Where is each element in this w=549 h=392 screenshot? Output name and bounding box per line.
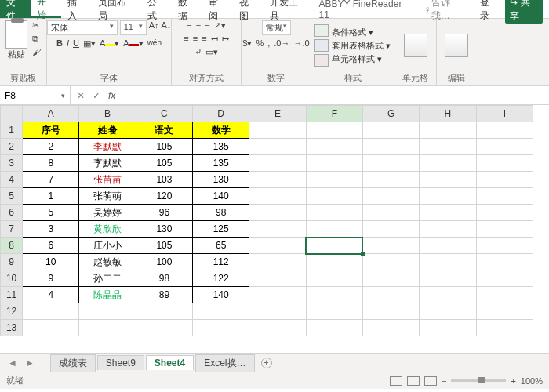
- cut-icon[interactable]: ✂: [32, 20, 41, 31]
- cell[interactable]: [362, 122, 419, 139]
- cell[interactable]: [249, 270, 306, 287]
- currency-icon[interactable]: $▾: [242, 38, 252, 49]
- sheet-nav-prev[interactable]: ◄: [5, 358, 20, 368]
- tab-review[interactable]: 审阅: [202, 0, 233, 18]
- align-left-icon[interactable]: ≡: [184, 34, 188, 44]
- sheet-tab[interactable]: 成绩表: [50, 354, 96, 372]
- cell[interactable]: [193, 303, 249, 320]
- fx-icon[interactable]: fx: [108, 90, 115, 101]
- cell[interactable]: 100: [136, 254, 192, 270]
- cell[interactable]: [362, 188, 419, 205]
- cell[interactable]: [362, 139, 419, 155]
- cell[interactable]: 5: [23, 205, 79, 221]
- row-header[interactable]: 11: [1, 287, 23, 303]
- cell[interactable]: [249, 254, 306, 270]
- align-middle-icon[interactable]: ≡: [196, 20, 201, 31]
- cell[interactable]: [420, 303, 476, 320]
- cell[interactable]: 96: [136, 205, 192, 221]
- cell[interactable]: [476, 172, 533, 188]
- cancel-icon[interactable]: ✕: [77, 90, 85, 101]
- cell[interactable]: [306, 155, 362, 172]
- cells-icon[interactable]: [404, 34, 427, 57]
- cell[interactable]: [193, 320, 249, 336]
- row-header[interactable]: 4: [1, 172, 23, 188]
- tab-dev[interactable]: 开发工具: [264, 0, 312, 18]
- cell[interactable]: [362, 155, 419, 172]
- zoom-out-button[interactable]: −: [442, 376, 446, 386]
- cell[interactable]: 4: [23, 287, 79, 303]
- login-button[interactable]: 登录: [480, 0, 498, 23]
- row-header[interactable]: 3: [1, 155, 23, 172]
- orientation-icon[interactable]: ↗▾: [214, 20, 226, 31]
- cell[interactable]: [249, 221, 306, 238]
- col-header[interactable]: B: [79, 106, 136, 122]
- cell[interactable]: [306, 320, 362, 336]
- tell-me[interactable]: ♀ 告诉我…: [418, 0, 474, 18]
- sheet-nav-next[interactable]: ►: [22, 358, 38, 368]
- cell[interactable]: [249, 122, 306, 139]
- cell[interactable]: 89: [136, 287, 192, 303]
- col-header[interactable]: I: [476, 106, 533, 122]
- cell[interactable]: [420, 172, 476, 188]
- copy-icon[interactable]: ⧉: [32, 34, 41, 44]
- enter-icon[interactable]: ✓: [93, 90, 100, 101]
- cell[interactable]: 125: [193, 221, 249, 238]
- cell[interactable]: [420, 139, 476, 155]
- add-sheet-button[interactable]: +: [261, 358, 272, 368]
- cell[interactable]: [249, 139, 306, 155]
- cell[interactable]: [362, 172, 419, 188]
- edit-icon[interactable]: [445, 34, 468, 57]
- cell[interactable]: [23, 320, 79, 336]
- bold-button[interactable]: B: [56, 38, 63, 49]
- cell[interactable]: [362, 238, 419, 254]
- indent-dec-icon[interactable]: ↤: [211, 34, 218, 44]
- cell[interactable]: 105: [136, 155, 192, 172]
- cell[interactable]: [476, 205, 533, 221]
- tab-formulas[interactable]: 公式: [141, 0, 172, 18]
- tab-view[interactable]: 视图: [233, 0, 264, 18]
- zoom-value[interactable]: 100%: [521, 376, 543, 386]
- cell[interactable]: 112: [193, 254, 249, 270]
- align-top-icon[interactable]: ≡: [187, 20, 191, 31]
- tab-layout[interactable]: 页面布局: [92, 0, 140, 18]
- font-color-button[interactable]: A▾: [123, 38, 143, 49]
- cell[interactable]: 140: [193, 188, 249, 205]
- cell[interactable]: [476, 320, 533, 336]
- cell[interactable]: [362, 320, 419, 336]
- cell[interactable]: [306, 205, 362, 221]
- cell[interactable]: [420, 320, 476, 336]
- cell[interactable]: 135: [193, 139, 249, 155]
- col-header[interactable]: H: [420, 106, 476, 122]
- cell[interactable]: [362, 205, 419, 221]
- cell[interactable]: [476, 238, 533, 254]
- tab-file[interactable]: 文件: [0, 0, 31, 18]
- cell[interactable]: 赵敏敏: [79, 254, 136, 270]
- row-header[interactable]: 6: [1, 205, 23, 221]
- cell[interactable]: [420, 122, 476, 139]
- table-format-icon[interactable]: [314, 39, 329, 52]
- cell[interactable]: [23, 303, 79, 320]
- share-button[interactable]: ↪ 共享: [505, 0, 543, 24]
- tab-addon[interactable]: ABBYY FineReader 11: [313, 0, 418, 18]
- cell[interactable]: [306, 254, 362, 270]
- row-header[interactable]: 7: [1, 221, 23, 238]
- cell[interactable]: 10: [23, 254, 79, 270]
- cell[interactable]: [306, 270, 362, 287]
- cell[interactable]: 122: [193, 270, 249, 287]
- cell[interactable]: [476, 254, 533, 270]
- cell[interactable]: 孙二二: [79, 270, 136, 287]
- cell[interactable]: 65: [193, 238, 249, 254]
- cell[interactable]: 6: [23, 238, 79, 254]
- zoom-slider[interactable]: [451, 379, 506, 382]
- cell[interactable]: [476, 155, 533, 172]
- row-header[interactable]: 12: [1, 303, 23, 320]
- cell[interactable]: [306, 139, 362, 155]
- cell[interactable]: 3: [23, 221, 79, 238]
- cell[interactable]: [249, 172, 306, 188]
- sheet-tab[interactable]: Sheet4: [146, 355, 194, 370]
- cell[interactable]: [476, 188, 533, 205]
- select-all-corner[interactable]: [1, 106, 23, 122]
- cell[interactable]: [249, 188, 306, 205]
- cell[interactable]: [362, 287, 419, 303]
- col-header[interactable]: C: [136, 106, 192, 122]
